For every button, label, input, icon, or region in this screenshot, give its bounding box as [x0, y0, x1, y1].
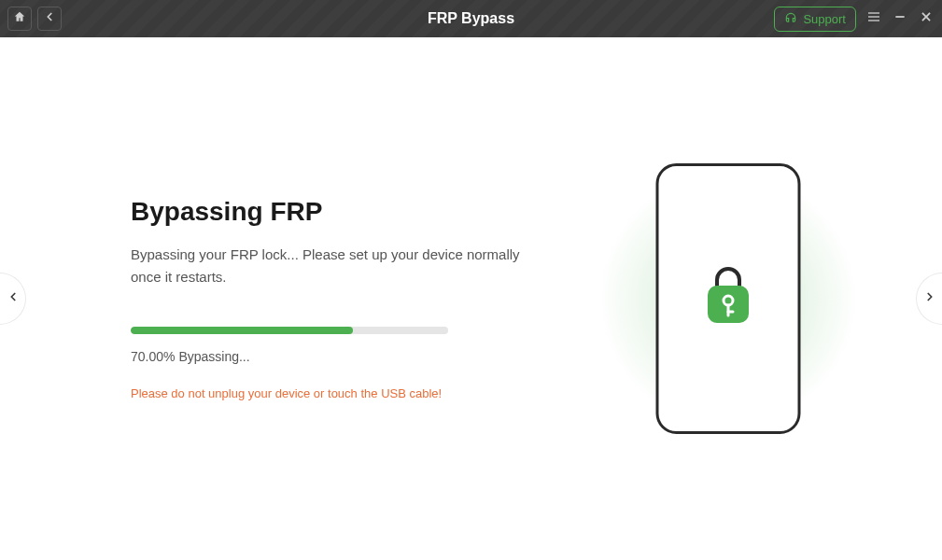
support-button[interactable]: Support — [774, 7, 856, 32]
minimize-icon — [893, 10, 907, 27]
menu-icon — [866, 9, 881, 28]
headset-icon — [784, 11, 797, 27]
warning-message: Please do not unplug your device or touc… — [131, 386, 579, 400]
lock-key-icon — [695, 259, 762, 338]
minimize-button[interactable] — [892, 10, 908, 27]
phone-illustration — [635, 159, 822, 439]
titlebar: FRP Bypass Support — [0, 0, 942, 37]
illustration-panel — [579, 159, 877, 439]
titlebar-right: Support — [774, 7, 935, 32]
home-button[interactable] — [7, 7, 32, 31]
progress-percent: 70.00% — [131, 349, 175, 364]
chevron-left-icon — [7, 290, 20, 307]
chevron-right-icon — [923, 290, 936, 307]
chevron-left-icon — [43, 10, 56, 27]
progress-text: 70.00% Bypassing... — [131, 349, 579, 364]
content-area: Bypassing FRP Bypassing your FRP lock...… — [0, 37, 942, 560]
status-panel: Bypassing FRP Bypassing your FRP lock...… — [131, 197, 579, 400]
titlebar-left — [7, 7, 62, 31]
home-icon — [13, 10, 26, 27]
close-button[interactable] — [918, 10, 935, 27]
progress-track — [131, 327, 448, 334]
carousel-next-button[interactable] — [916, 273, 942, 325]
support-label: Support — [803, 12, 846, 26]
progress-fill — [131, 327, 353, 334]
progress-bar — [131, 327, 448, 334]
progress-status: Bypassing... — [178, 349, 249, 364]
carousel-prev-button[interactable] — [0, 273, 26, 325]
close-icon — [920, 10, 933, 27]
status-description: Bypassing your FRP lock... Please set up… — [131, 244, 523, 287]
menu-button[interactable] — [865, 10, 882, 27]
page-heading: Bypassing FRP — [131, 197, 579, 227]
back-button[interactable] — [37, 7, 62, 31]
